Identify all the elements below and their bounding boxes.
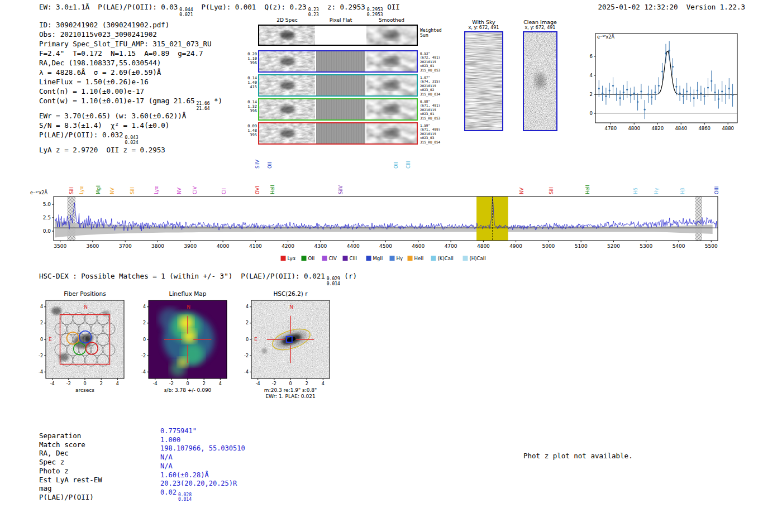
- svg-text:0: 0: [590, 111, 593, 116]
- hetdex-detection-report: EW: 3.0±1.1Å P(LAE)/P(OII): 0.030.0440.0…: [0, 0, 782, 532]
- svg-text:-2: -2: [66, 381, 71, 386]
- cutout-xlabel2: EWr: 1. PLAE: 0.021: [265, 394, 315, 399]
- info-line: λ = 4828.6Å σ = 2.69(±0.59)Å: [39, 68, 222, 77]
- svg-text:0.0: 0.0: [43, 228, 51, 234]
- text-segment: (r): [340, 272, 357, 280]
- spec2d-row-label: Weighted Sum: [420, 28, 442, 38]
- svg-text:6: 6: [590, 54, 593, 59]
- svg-text:4: 4: [590, 73, 593, 78]
- stacked-uncertainty: 0.29530.2953: [367, 8, 383, 17]
- emission-line-marker: Hβ: [680, 188, 685, 194]
- spec2d-row: [258, 50, 418, 73]
- emission-line-marker: SiII: [69, 187, 74, 194]
- pixel-flat-image: [316, 26, 365, 45]
- text-segment: Primary Spec_Slot_IFU_AMP: 315_021_073_R…: [39, 40, 212, 48]
- full-spectrum-plot: 3500360037003800390040004100420043004400…: [27, 146, 748, 267]
- info-line: P(LAE)/P(OII): 0.0320.0430.024: [39, 130, 222, 145]
- sky-spectra-image: [465, 32, 502, 130]
- emission-line-marker: NV: [519, 188, 524, 194]
- flux-units-label: e⁻¹⁷x2Å: [30, 189, 47, 195]
- spectrum-trace: [55, 198, 717, 231]
- with-sky-image: [464, 31, 503, 131]
- svg-text:-2: -2: [169, 381, 174, 386]
- svg-text:4800: 4800: [628, 126, 640, 131]
- emission-line-marker: OII: [393, 162, 399, 169]
- text-segment: OII: [383, 3, 400, 11]
- cutout-xlabel: m:20.3 re:1.9" s:0.8": [264, 387, 317, 393]
- compass-north: N: [289, 304, 293, 310]
- legend-swatch: [302, 256, 307, 261]
- smoothed-image: [366, 51, 417, 71]
- svg-text:3900: 3900: [184, 243, 197, 249]
- svg-text:0: 0: [186, 381, 189, 386]
- svg-text:4500: 4500: [379, 243, 392, 249]
- legend-label: CIV: [329, 256, 337, 261]
- legend-swatch: [322, 256, 327, 261]
- stacked-uncertainty: 0.0430.024: [125, 136, 139, 145]
- spec2d-row: [258, 98, 418, 121]
- legend-label: (K)CaII: [438, 256, 454, 261]
- detection-info-block: ID: 3090241902 (3090241902.pdf)Obs: 2021…: [39, 20, 222, 155]
- svg-text:3700: 3700: [119, 243, 132, 249]
- match-row-label: Spec z: [39, 458, 102, 467]
- compass-east: E: [254, 337, 258, 342]
- cutout-title: Fiber Positions: [64, 290, 106, 297]
- smoothed-image: [366, 75, 417, 95]
- emission-line-marker: HeII: [270, 185, 275, 194]
- text-segment: HSC-DEX : Possible Matches = 1 (within +…: [39, 272, 325, 280]
- emission-line-marker: OII: [267, 162, 273, 169]
- svg-text:2: 2: [143, 320, 146, 325]
- legend-swatch: [390, 256, 395, 261]
- svg-text:4880: 4880: [722, 126, 734, 131]
- spec2d-row-label: 0.53" (672, 491) 20210115 v023_01 315_RU…: [420, 51, 440, 72]
- svg-text:2: 2: [40, 320, 43, 325]
- compass-east: E: [49, 337, 52, 342]
- svg-text:4200: 4200: [282, 243, 294, 249]
- svg-text:4: 4: [246, 304, 249, 309]
- emission-line-marker: NV: [177, 188, 182, 194]
- info-line: F=2.4" T=0.172 N=1.15 A=0.89 g=24.7: [39, 49, 222, 58]
- match-row-value: 1.60(±0.28)Å: [160, 471, 245, 480]
- svg-text:3500: 3500: [54, 243, 66, 249]
- smoothed-image: [366, 99, 417, 119]
- spec2d-col-header: Smoothed: [379, 17, 404, 23]
- emission-line-marker: OVI: [255, 186, 260, 194]
- cutout-title: Lineflux Map: [169, 290, 207, 297]
- legend-swatch: [431, 256, 436, 261]
- svg-text:5000: 5000: [542, 243, 555, 249]
- emission-line-marker: Lyα: [154, 186, 159, 194]
- svg-text:2: 2: [100, 381, 103, 386]
- stacked-uncertainty: 0.230.23: [308, 8, 319, 17]
- pixel-flat-image: [316, 51, 365, 71]
- info-line: Primary Spec_Slot_IFU_AMP: 315_021_073_R…: [39, 39, 222, 49]
- svg-text:-4: -4: [39, 370, 43, 375]
- svg-text:0: 0: [246, 337, 249, 342]
- line-fit-svg: 4780480048204840486048800246e⁻¹⁷x2Å: [579, 27, 742, 134]
- compass-north: N: [84, 304, 88, 310]
- stacked-uncertainty: 0.0290.014: [327, 277, 340, 286]
- svg-text:4800: 4800: [477, 243, 490, 249]
- svg-text:4: 4: [116, 381, 119, 386]
- spec2d-row-stats: 0.09 1.48 395: [242, 124, 257, 137]
- spec2d-row-stats: 0.14 1.32 396: [242, 100, 257, 113]
- svg-text:4840: 4840: [675, 126, 687, 131]
- match-row-value: 0.775941": [160, 427, 245, 436]
- clean-image-title: Clean Image: [523, 19, 557, 25]
- svg-text:-4: -4: [256, 381, 260, 386]
- spec2d-row: [258, 25, 418, 46]
- svg-text:5400: 5400: [673, 243, 685, 249]
- match-row-label: Separation: [39, 432, 102, 440]
- text-segment: ID: 3090241902 (3090241902.pdf): [39, 21, 169, 29]
- text-segment: λ = 4828.6Å σ = 2.69(±0.59)Å: [39, 68, 161, 76]
- svg-text:4600: 4600: [412, 243, 425, 249]
- match-row-label: Match score: [39, 440, 102, 449]
- spec2d-image: [259, 75, 315, 95]
- spec2d-row: [258, 74, 418, 97]
- svg-text:4900: 4900: [509, 243, 522, 249]
- masked-band: [695, 196, 702, 241]
- emission-line-marker: SiIV: [255, 160, 260, 169]
- svg-text:4820: 4820: [651, 126, 664, 131]
- emission-line-marker: Hδ: [633, 188, 638, 194]
- text-segment: z: 0.2953: [319, 3, 365, 11]
- svg-text:0: 0: [83, 381, 86, 386]
